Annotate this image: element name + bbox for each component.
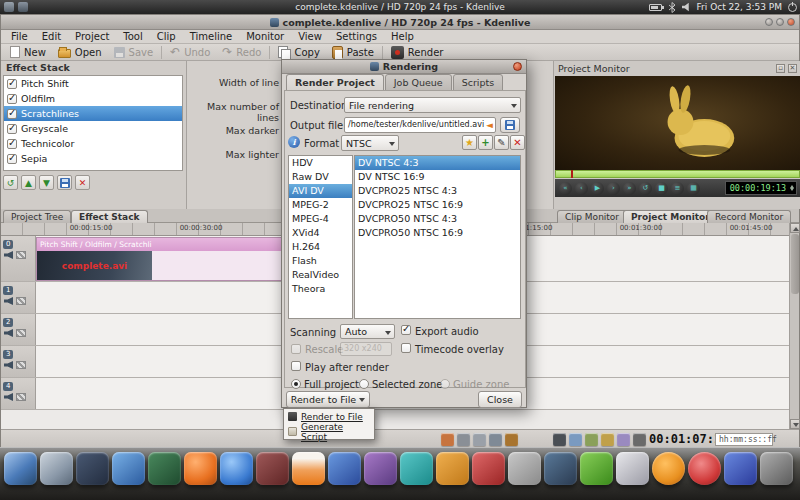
list-item[interactable]: DVCPRO25 NTSC 16:9 (355, 198, 520, 212)
mute-track-icon[interactable] (4, 329, 13, 337)
play-button[interactable]: ▶ (591, 182, 604, 195)
effect-row[interactable]: Technicolor (4, 136, 182, 151)
menu-help[interactable]: Help (384, 30, 421, 44)
recorder-icon[interactable] (688, 452, 721, 485)
output-file-input[interactable]: /home/tester/kdenlive/untitled.avi◄ (344, 117, 496, 133)
track-header[interactable]: 4 (1, 378, 36, 409)
audio-thumbnails-icon[interactable] (505, 433, 518, 446)
effect-checkbox[interactable] (7, 139, 17, 149)
edit-profile-icon[interactable]: ✎ (494, 135, 509, 150)
stop-button[interactable]: ■ (655, 182, 668, 195)
fit-zoom-icon[interactable] (585, 433, 598, 446)
maximize-button[interactable] (776, 18, 784, 26)
close-panel-icon[interactable]: ✕ (788, 64, 797, 73)
list-item[interactable]: RealVideo (289, 268, 352, 282)
mute-track-icon[interactable] (4, 251, 13, 259)
favorite-profile-icon[interactable]: ★ (462, 135, 477, 150)
vlc-icon[interactable] (292, 452, 325, 485)
menu-clip[interactable]: Clip (150, 30, 183, 44)
video-thumbnails-icon[interactable] (489, 433, 502, 446)
render-to-file-button[interactable]: Render to File (286, 391, 370, 408)
zoom-out-icon[interactable] (601, 433, 614, 446)
redo-button[interactable]: ↷Redo (216, 45, 267, 60)
timecode-overlay-checkbox[interactable] (401, 343, 411, 353)
timeline-scrollbar[interactable] (789, 223, 799, 429)
track-header[interactable]: 3 (1, 346, 36, 377)
forward-button[interactable]: › (607, 182, 620, 195)
effect-checkbox[interactable] (7, 79, 17, 89)
copy-button[interactable]: Copy (272, 45, 325, 60)
list-item[interactable]: Flash (289, 254, 352, 268)
monitor-timecode[interactable]: 00:00:19:13 (725, 181, 797, 195)
scrollbar-thumb[interactable] (791, 234, 799, 294)
timecode-format-box[interactable]: hh:mm:ss::ff (715, 433, 773, 446)
spacer-tool-icon[interactable] (473, 433, 486, 446)
list-item-selected[interactable]: AVI DV (289, 184, 352, 198)
clear-field-icon[interactable]: ◄ (486, 118, 493, 132)
format-combo[interactable]: NTSC (341, 135, 399, 151)
zoom-in-icon[interactable] (633, 433, 646, 446)
paste-button[interactable]: Paste (326, 45, 380, 60)
loop-zone-button[interactable]: ↺ (639, 182, 652, 195)
effect-checkbox[interactable] (7, 94, 17, 104)
undo-button[interactable]: ↶Undo (164, 45, 216, 60)
float-panel-icon[interactable]: ▫ (776, 64, 785, 73)
tab-project-tree[interactable]: Project Tree (3, 210, 71, 223)
lock-track-icon[interactable] (16, 297, 26, 305)
render-button[interactable]: Render (385, 45, 450, 60)
move-effect-down-icon[interactable]: ▼ (39, 175, 54, 190)
list-item[interactable]: DVCPRO50 NTSC 16:9 (355, 226, 520, 240)
tab-render-project[interactable]: Render Project (286, 74, 384, 91)
effect-row[interactable]: Sepia (4, 151, 182, 166)
playhead-marker[interactable] (571, 170, 573, 178)
monitor-seek-bar[interactable] (555, 170, 800, 178)
dialog-titlebar[interactable]: Rendering (282, 60, 526, 74)
rescale-size-input[interactable]: 320 x240 (340, 342, 392, 356)
info-icon[interactable]: i (288, 136, 300, 148)
effect-row-selected[interactable]: Scratchlines (4, 106, 182, 121)
web-browser-icon[interactable] (112, 452, 145, 485)
window-list-icon[interactable] (18, 2, 28, 12)
globe-icon[interactable] (220, 452, 253, 485)
save-button[interactable]: Save (108, 45, 160, 60)
system-monitor-icon[interactable] (544, 452, 577, 485)
effect-checkbox[interactable] (7, 124, 17, 134)
disk-utility-icon[interactable] (724, 452, 757, 485)
firefox-icon[interactable] (184, 452, 217, 485)
monitor-header[interactable]: Project Monitor ▫ ✕ (554, 61, 800, 76)
list-item[interactable]: MPEG-4 (289, 212, 352, 226)
scanning-combo[interactable]: Auto (340, 324, 395, 339)
save-effect-icon[interactable] (57, 175, 72, 190)
volume-icon[interactable] (682, 3, 691, 12)
preferences-icon[interactable] (760, 452, 793, 485)
menu-settings[interactable]: Settings (329, 30, 384, 44)
destination-combo[interactable]: File rendering (344, 97, 521, 113)
menu-edit[interactable]: Edit (35, 30, 68, 44)
tab-record-monitor[interactable]: Record Monitor (707, 210, 791, 223)
mute-track-icon[interactable] (4, 297, 13, 305)
effect-checkbox[interactable] (7, 109, 17, 119)
bluetooth-icon[interactable] (668, 2, 676, 13)
list-item[interactable]: DVCPRO25 NTSC 4:3 (355, 184, 520, 198)
zoom-slider[interactable] (617, 433, 630, 446)
list-item-selected[interactable]: DV NTSC 4:3 (355, 156, 520, 170)
snap-icon[interactable] (569, 433, 582, 446)
list-item[interactable]: Raw DV (289, 170, 352, 184)
list-item[interactable]: MPEG-2 (289, 198, 352, 212)
applications-menu-icon[interactable] (4, 2, 14, 12)
rewind-button[interactable]: ‹ (575, 182, 588, 195)
lock-track-icon[interactable] (16, 251, 26, 259)
list-item[interactable]: DV NTSC 16:9 (355, 170, 520, 184)
razor-tool-icon[interactable] (457, 433, 470, 446)
list-item[interactable]: XVid4 (289, 226, 352, 240)
media-player-icon[interactable] (256, 452, 289, 485)
effect-row[interactable]: Oldfilm (4, 91, 182, 106)
rescale-checkbox[interactable] (291, 344, 301, 354)
clock[interactable]: Fri Oct 22, 3:53 PM (697, 2, 782, 12)
text-editor-icon[interactable] (148, 452, 181, 485)
export-audio-checkbox[interactable] (401, 325, 411, 335)
add-profile-icon[interactable]: + (478, 135, 493, 150)
mute-track-icon[interactable] (4, 393, 13, 401)
track-header[interactable]: 2 (1, 314, 36, 345)
browse-save-button[interactable] (500, 117, 520, 133)
